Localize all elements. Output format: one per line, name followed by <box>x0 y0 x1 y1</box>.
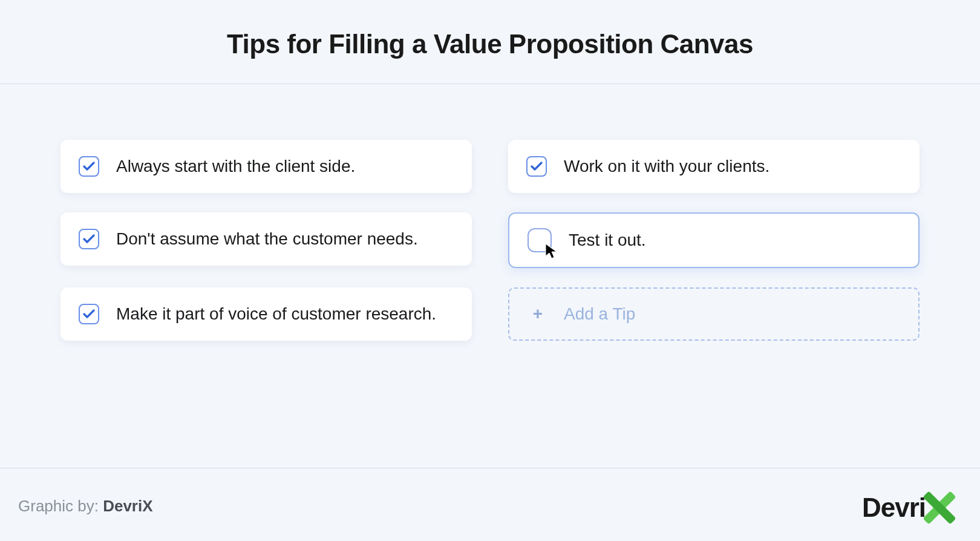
logo-text: Devri <box>862 493 926 523</box>
checkbox-checked[interactable] <box>79 156 99 177</box>
check-icon <box>83 234 95 244</box>
checkbox-checked[interactable] <box>79 229 99 249</box>
logo-x-icon <box>923 491 956 524</box>
footer-prefix: Graphic by: <box>18 497 103 515</box>
check-icon <box>83 162 95 171</box>
check-icon <box>83 309 95 319</box>
check-icon <box>531 162 543 171</box>
tip-card[interactable]: Always start with the client side. <box>60 140 472 193</box>
footer-attribution: Graphic by: DevriX <box>18 497 153 516</box>
add-tip-button[interactable]: + Add a Tip <box>508 287 920 341</box>
page-title: Tips for Filling a Value Proposition Can… <box>0 29 980 59</box>
divider-bottom <box>0 468 980 468</box>
tip-text: Don't assume what the customer needs. <box>116 228 418 250</box>
footer-brand: DevriX <box>103 497 152 515</box>
add-tip-label: Add a Tip <box>564 304 635 324</box>
checkbox-checked[interactable] <box>526 156 547 177</box>
tips-grid: Always start with the client side. Work … <box>0 84 980 341</box>
devrix-logo: Devri <box>862 491 956 524</box>
tip-card[interactable]: Make it part of voice of customer resear… <box>60 287 472 341</box>
tip-card[interactable]: Work on it with your clients. <box>508 140 920 193</box>
checkbox-unchecked[interactable] <box>528 228 552 252</box>
tip-card[interactable]: Don't assume what the customer needs. <box>60 212 472 266</box>
tip-card-active[interactable]: Test it out. <box>508 212 920 268</box>
tip-text: Test it out. <box>569 229 646 251</box>
tip-text: Always start with the client side. <box>116 156 355 177</box>
tip-text: Work on it with your clients. <box>564 156 769 177</box>
checkbox-checked[interactable] <box>79 304 99 324</box>
tip-text: Make it part of voice of customer resear… <box>116 303 436 325</box>
plus-icon: + <box>528 304 548 324</box>
header: Tips for Filling a Value Proposition Can… <box>0 0 980 84</box>
